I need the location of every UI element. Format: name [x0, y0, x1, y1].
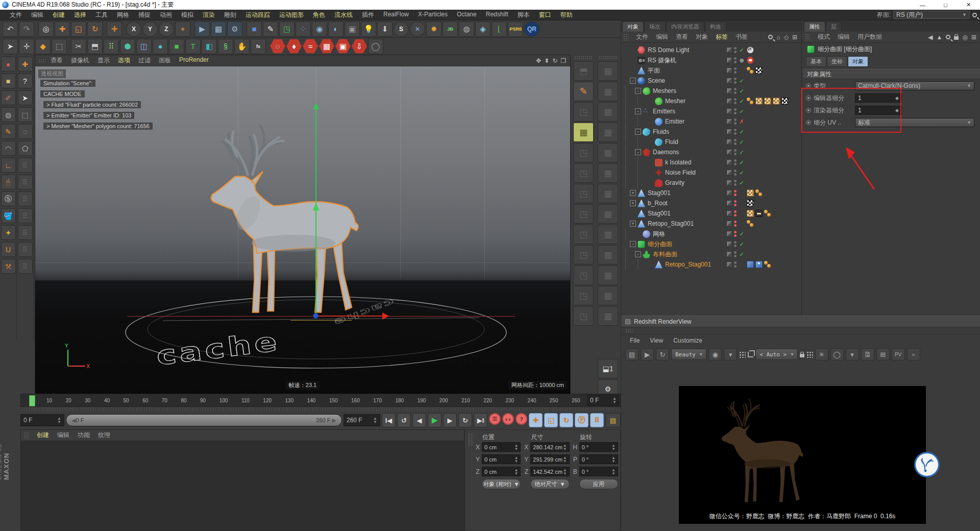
renderview-titlebar[interactable]: Redshift RenderView [621, 316, 980, 327]
key-scale-icon[interactable]: ◱ [544, 413, 558, 427]
cursor-icon[interactable]: ➤ [18, 90, 33, 105]
orange-tag[interactable] [747, 67, 754, 74]
curve-pen-icon[interactable]: ✎ [1, 124, 16, 139]
menu-插件[interactable]: 插件 [357, 11, 379, 19]
xp-star-icon[interactable]: ✹ [426, 21, 442, 37]
subtab-对象[interactable]: 对象 [848, 56, 868, 67]
modeling-icon-0[interactable]: ▦ [598, 61, 618, 81]
search-icon[interactable] [972, 13, 977, 17]
poly-select-icon[interactable]: ⬠ [18, 141, 33, 156]
tree-row-RS Dome Light[interactable]: RS Dome Light✓ [621, 45, 801, 55]
move-cross-icon[interactable]: ✚ [18, 57, 33, 71]
enable-state[interactable]: ⊕ [738, 57, 745, 64]
keyframe-radio-icon[interactable] [806, 108, 811, 113]
refresh-icon[interactable]: ↻ [656, 348, 669, 360]
layer-swatch[interactable] [726, 67, 732, 74]
enable-state[interactable]: ✓ [738, 78, 745, 84]
spinner-icon[interactable]: ▲▼ [563, 444, 567, 451]
s-sphere-icon[interactable]: S [394, 21, 409, 37]
spline-pen-icon[interactable]: ✎ [263, 21, 278, 37]
pv-icon[interactable]: PV [892, 348, 905, 360]
qr-icon[interactable]: QR [524, 21, 540, 37]
snap-icon[interactable]: ◆ [35, 39, 51, 54]
layer-swatch[interactable] [726, 210, 732, 216]
move-variant-icon[interactable]: ✛ [19, 39, 34, 54]
tab-层[interactable]: 层 [826, 21, 842, 32]
enable-state[interactable]: ✓ [738, 108, 745, 115]
menu-角色[interactable]: 角色 [308, 11, 330, 19]
goto-end-icon[interactable]: ▶I [474, 413, 487, 427]
ckbw-tag[interactable] [747, 200, 754, 207]
add-panel-icon[interactable]: ⊞ [792, 34, 797, 41]
lock-x-icon[interactable]: X [126, 21, 141, 37]
knife-icon[interactable]: ✂ [71, 39, 86, 54]
maximize-button[interactable]: □ [934, 0, 957, 10]
grip-icon[interactable] [24, 432, 29, 439]
key-pla-icon[interactable]: ⠿ [590, 413, 604, 427]
ckbw-tag[interactable] [781, 98, 789, 105]
coord-field-位置-Y[interactable]: 0 cm▲▼ [482, 454, 521, 464]
aov-select[interactable]: Beauty▼ [671, 349, 706, 360]
modeling-icon-8[interactable]: ◳ [573, 225, 594, 244]
bucket-icon[interactable]: 🪣 [1, 208, 16, 223]
coord-field-旋转-B[interactable]: 0 °▲▼ [579, 467, 618, 476]
modeling-icon-5[interactable]: ▦ [598, 163, 618, 183]
text-tool-icon[interactable]: T [185, 39, 201, 54]
modeling-icon-6[interactable]: ◳ [573, 184, 594, 203]
layer-swatch[interactable] [726, 129, 732, 135]
overflow-icon[interactable]: » [907, 348, 920, 360]
teal-cube-icon[interactable]: ◧ [202, 39, 217, 54]
menu-帮助[interactable]: 帮助 [556, 11, 577, 19]
layer-swatch[interactable] [726, 190, 732, 196]
subtab-坐标[interactable]: 坐标 [827, 56, 847, 67]
rv-menu-Customize[interactable]: Customize [669, 337, 707, 344]
menu-运动跟踪[interactable]: 运动跟踪 [241, 11, 275, 19]
grip-icon[interactable] [805, 34, 810, 41]
cube-tool-icon[interactable]: ■ [169, 39, 184, 54]
grid-6-icon[interactable]: ⠿ [18, 242, 33, 257]
vp-menu-显示[interactable]: 显示 [93, 56, 114, 65]
modeling-icon-2[interactable]: ▦ [598, 102, 618, 122]
orange-tag[interactable] [755, 189, 763, 197]
expander-icon[interactable]: + [630, 221, 636, 227]
layer-swatch[interactable] [726, 231, 732, 237]
s-node-icon[interactable]: Ⓢ [1, 191, 16, 206]
marquee-icon[interactable]: ⬚ [52, 39, 67, 54]
expander-icon[interactable]: + [630, 200, 636, 206]
material-ball-icon[interactable]: ● [1, 57, 16, 71]
scrub-next-icon[interactable]: ▶ [332, 417, 336, 423]
spinner-icon[interactable]: ▲▼ [514, 444, 518, 451]
attr-field-编辑器细分[interactable]: 1◆ [855, 93, 902, 103]
play-loop-icon[interactable]: ↻ [458, 413, 472, 427]
bucket-grid-icon[interactable] [806, 351, 813, 358]
snapshot-icon[interactable]: ▤ [625, 348, 639, 360]
light-icon[interactable]: 💡 [361, 21, 376, 37]
cube-tan-icon[interactable]: ■ [1, 74, 16, 88]
grid-4-icon[interactable]: ⠿ [18, 208, 33, 223]
redo-icon[interactable]: ↷ [19, 21, 34, 37]
rf-misc-icon[interactable]: ◯ [368, 39, 383, 54]
dome-tag[interactable] [747, 46, 754, 54]
lasso-select-icon[interactable]: ◌ [18, 124, 33, 139]
enable-state[interactable]: ✓ [738, 149, 745, 156]
magnet-icon[interactable]: U [1, 242, 16, 257]
grid-icon[interactable] [739, 351, 746, 358]
menu-网格[interactable]: 网格 [112, 11, 134, 19]
attr-field-类型[interactable]: Catmull-Clark(N-Gons)▼ [855, 81, 974, 90]
tab-对象[interactable]: 对象 [622, 21, 644, 32]
grid-5-icon[interactable]: ⠿ [18, 225, 33, 240]
active-mode-slot[interactable]: ▦ [573, 123, 594, 142]
enable-state[interactable]: ✓ [738, 139, 745, 146]
orange-tag[interactable] [764, 261, 771, 268]
dd2-icon[interactable]: ▾ [846, 348, 859, 360]
timeline-ruler[interactable]: 0102030405060708090100110120130140150160… [20, 394, 621, 407]
vp-menu-过滤[interactable]: 过滤 [134, 56, 155, 65]
modeling-icon-12[interactable]: ▦ [598, 306, 618, 326]
checker-ball-icon[interactable]: ◈ [475, 21, 491, 37]
tree-row-Noise Field[interactable]: Noise Field✓ [621, 167, 801, 178]
tree-row-Fluid[interactable]: Fluid✓ [621, 137, 801, 147]
toggle-view-icon[interactable]: ❐ [560, 57, 566, 64]
mm-menu-编辑[interactable]: 编辑 [54, 431, 73, 440]
last-tool-icon[interactable]: ✚ [107, 21, 122, 37]
spinner-icon[interactable]: ▲▼ [612, 397, 617, 404]
